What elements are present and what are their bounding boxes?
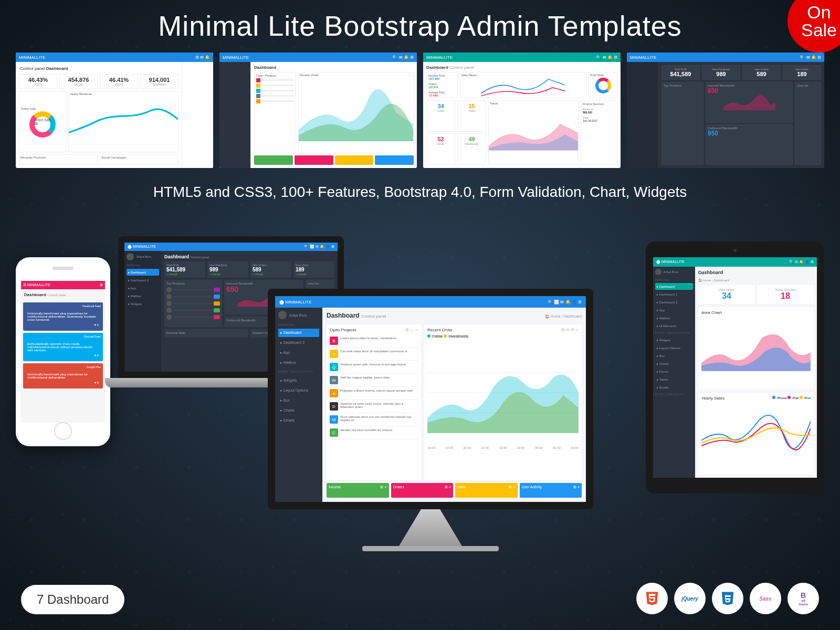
panel-title: Top Products bbox=[166, 282, 220, 285]
project-item[interactable]: WVelit leo magna sagittis, lorem vitae bbox=[330, 374, 418, 387]
page-title: Minimal Lite Bootstrap Admin Templates bbox=[0, 9, 840, 42]
sidebar-item[interactable]: ▸ Dashboard bbox=[655, 283, 693, 290]
panel-title: Recent Order bbox=[427, 328, 453, 332]
sidebar-item[interactable]: ▸ Charts bbox=[278, 406, 319, 415]
sidebar-item[interactable]: ▸ Emails bbox=[655, 384, 693, 391]
right-sidebar bbox=[182, 62, 213, 168]
feed-card[interactable]: Google PlusIntrinsically benchmark plug … bbox=[23, 363, 103, 388]
html5-icon bbox=[636, 583, 668, 614]
thumb-2[interactable]: MINIMALLITE🔍 ✉ 🔔 ⚙ Dashboard Open Projec… bbox=[219, 52, 417, 168]
project-item[interactable]: QVivamus quam velit, rhoncus id orci ege… bbox=[330, 361, 418, 374]
metric-tile[interactable]: User Activity⊞ × bbox=[520, 483, 582, 498]
stat: 49Wednesday bbox=[457, 133, 486, 165]
project-item[interactable]: CAenean leo risus convallis eu urna ac bbox=[330, 426, 418, 439]
project-item[interactable]: BLorem ipsum dolor sit amet, consectetur bbox=[330, 334, 418, 348]
value: 650 bbox=[708, 87, 791, 94]
breadcrumb: Control panel bbox=[20, 66, 45, 71]
dash-title: Dashboard bbox=[426, 65, 448, 70]
metric-tile[interactable]: Orders⊞ × bbox=[391, 483, 454, 498]
toolbar-icons: 🔍 ✉ 🔔 ⚙ bbox=[596, 55, 617, 60]
stat: New Users189 bbox=[783, 65, 821, 80]
sidebar-item[interactable]: ▸ Box bbox=[278, 396, 319, 405]
sidebar-item[interactable]: ▸ Forms bbox=[655, 368, 693, 375]
metric-tile[interactable]: Income⊞ × bbox=[327, 483, 389, 498]
sidebar-item[interactable]: ▸ Layout Options bbox=[278, 386, 319, 395]
bootstrap-icon: Bv5Stable bbox=[788, 583, 819, 614]
phone-title: Dashboard Control panel bbox=[21, 289, 105, 300]
project-item[interactable]: APraesent a libero viverra, rutrum neque… bbox=[330, 387, 418, 400]
brand: MINIMALLITE bbox=[19, 55, 45, 60]
username: Juliya Brus bbox=[663, 270, 678, 274]
thumb-1[interactable]: MINIMALLITE⚙ ✉ 🔔 Control panel Dashboard… bbox=[16, 52, 213, 168]
toolbar-icons: 🔍 ✉ 🔔 ⚙ bbox=[392, 55, 414, 60]
project-item[interactable]: MNunc vehicula lacus non est vestibulum … bbox=[330, 413, 418, 426]
breadcrumb[interactable]: Home bbox=[551, 314, 561, 318]
sidebar-item[interactable]: ▸ UI Elements bbox=[655, 322, 693, 329]
panel-title: Top Products bbox=[664, 84, 701, 87]
sidebar-item[interactable]: ▸ Mailbox bbox=[655, 314, 693, 321]
sidebar-item[interactable]: ▸ Mailbox bbox=[278, 359, 319, 367]
sidebar-item[interactable]: ▸ Widgets bbox=[655, 337, 693, 343]
value: +$1,800 bbox=[428, 86, 456, 89]
laptop-topbar: ⬤ MINIMALLITE🔍 ⬜ ✉ 🔔 👤 ⚙ bbox=[124, 243, 338, 251]
sidebar-item[interactable]: ▸ Layout Options bbox=[655, 344, 693, 351]
sidebar-item[interactable]: ▸ Dashboard bbox=[127, 269, 159, 276]
stat: 52Issues bbox=[426, 133, 455, 165]
sidebar-item[interactable]: ▸ Widgets bbox=[127, 300, 159, 307]
stat: New Feedback989 bbox=[702, 65, 740, 80]
dash-title: Dashboard bbox=[327, 312, 360, 319]
monitor-mockup: ⬤ MINIMALLITE🔍 ⬜ ✉ 🔔 👤 ⚙ Juliya Brus PER… bbox=[268, 289, 593, 551]
sidebar-item[interactable]: ▸ Charts bbox=[655, 360, 693, 367]
breadcrumb: Dashboard bbox=[564, 314, 582, 318]
sidebar-item[interactable]: ▸ Box bbox=[655, 352, 693, 359]
stat-card: New Users34 bbox=[698, 285, 755, 304]
panel-title: Finance Stats bbox=[164, 329, 248, 338]
stat-box: 454.876VALUE bbox=[59, 74, 98, 89]
tablet-mockup: ⬤ MINIMALLITE🔍 ✉ 🔔 👤 ⚙ Juliya Brus PERSO… bbox=[646, 242, 824, 494]
sidebar-item[interactable]: ▸ App bbox=[278, 349, 319, 357]
metric-tile[interactable]: Visits⊞ × bbox=[455, 483, 518, 498]
brand: MINIMALLITE bbox=[630, 55, 656, 60]
stat-card: New Feedback989+ change bbox=[207, 261, 248, 278]
sidebar-item[interactable]: ▸ Dashboard bbox=[278, 329, 319, 337]
sidebar-item[interactable]: ▸ Dashboard 2 bbox=[655, 299, 693, 306]
dash-title: Dashboard bbox=[46, 66, 68, 71]
project-item[interactable]: YCas este natus error sit voluptatem com… bbox=[330, 348, 418, 361]
thumb-3[interactable]: MINIMALLITE🔍 ✉ 🔔 ⚙ Dashboard Control pan… bbox=[423, 52, 621, 168]
stat-box: 46.43%VISITS bbox=[19, 74, 57, 89]
sidebar-item[interactable]: ▸ Dashboard 2 bbox=[127, 277, 159, 284]
sidebar-item[interactable]: ▸ Dashboard 2 bbox=[278, 339, 319, 347]
tablet-sidebar: Juliya Brus PERSONAL ▸ Dashboard▸ Dashbo… bbox=[653, 267, 695, 478]
sidebar bbox=[627, 62, 658, 168]
area-chart-panel: Area Chart bbox=[698, 307, 814, 390]
css3-icon bbox=[712, 583, 743, 614]
dashboard-count-pill: 7 Dashboard bbox=[21, 585, 124, 614]
sidebar-section: PERSONAL bbox=[655, 278, 693, 281]
feed-card[interactable]: Carousel FeedEnthusiastically optimize c… bbox=[23, 333, 103, 361]
sidebar-item[interactable]: ▸ Tables bbox=[655, 376, 693, 383]
sidebar-item[interactable]: ▸ Widgets bbox=[278, 376, 319, 385]
breadcrumb[interactable]: Home bbox=[703, 279, 711, 282]
stat-card: Today Invoices18 bbox=[757, 285, 814, 304]
panel-title: Recently Products bbox=[19, 154, 98, 165]
phone-header: ☰ MINIMALLITE⚙ bbox=[21, 281, 105, 289]
sidebar-item[interactable]: ▸ Emails bbox=[278, 416, 319, 425]
username: Juliya Brus bbox=[289, 313, 307, 317]
panel-title: User list bbox=[797, 84, 819, 87]
thumb-4[interactable]: MINIMALLITE🔍 ✉ 🔔 ⚙ Total Profit$41,589 N… bbox=[627, 52, 824, 168]
sidebar-item[interactable]: ▸ App bbox=[655, 307, 693, 313]
project-item[interactable]: DVivamus sit amet tortor luctus, ultrici… bbox=[330, 400, 418, 413]
jquery-icon: jQuery bbox=[674, 583, 706, 614]
stat: 15Today bbox=[457, 100, 486, 132]
feed-card[interactable]: Facebook FeedIntrinsically benchmark plu… bbox=[23, 302, 103, 331]
sidebar-item[interactable]: ▸ Mailbox bbox=[127, 292, 159, 299]
open-projects-panel: Open Projects⊞ — × BLorem ipsum dolor si… bbox=[327, 324, 421, 480]
sidebar-item[interactable]: ▸ Dashboard 1 bbox=[655, 291, 693, 298]
value: 950 bbox=[708, 130, 791, 137]
dash-title: Dashboard bbox=[254, 65, 276, 70]
legend-item: iPod bbox=[800, 396, 811, 400]
value: +$17,800 bbox=[428, 77, 456, 80]
sass-icon: Sass bbox=[750, 583, 781, 614]
sidebar-item[interactable]: ▸ App bbox=[127, 285, 159, 291]
panel-title: Yearly Sales bbox=[701, 396, 724, 401]
